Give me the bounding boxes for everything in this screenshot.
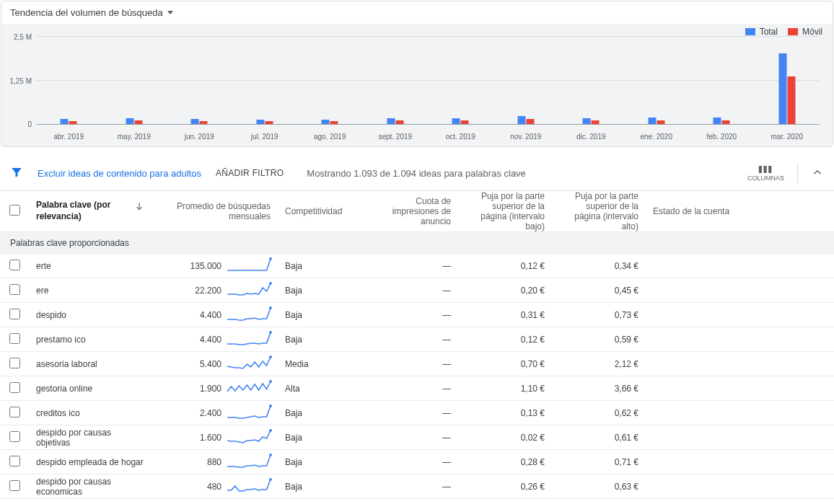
svg-point-10 bbox=[269, 404, 272, 407]
bar bbox=[583, 118, 591, 124]
sparkline bbox=[227, 381, 271, 397]
chart-plot: Total Móvil 0 1,25 M 2,5 M abr. 2019may.… bbox=[1, 24, 833, 146]
row-checkbox[interactable] bbox=[9, 284, 20, 295]
cell-account-status bbox=[646, 425, 834, 450]
cell-avg-searches: 4.400 bbox=[152, 327, 278, 352]
bar-group bbox=[232, 37, 298, 124]
cell-avg-searches: 480 bbox=[152, 474, 278, 499]
bar bbox=[657, 120, 664, 124]
x-tick-label: jul. 2019 bbox=[232, 133, 298, 141]
table-row: asesoria laboral5.400Media—0,70 €2,12 € bbox=[0, 352, 834, 376]
filter-toolbar: Excluir ideas de contenido para adultos … bbox=[0, 156, 834, 191]
x-tick-label: feb. 2020 bbox=[689, 133, 755, 141]
legend-swatch-total bbox=[745, 28, 755, 35]
row-checkbox[interactable] bbox=[9, 333, 20, 344]
bar-group bbox=[167, 37, 232, 124]
table-row: despido por causas objetivas1.600Baja—0,… bbox=[0, 425, 834, 450]
section-label: Palabras clave proporcionadas bbox=[0, 232, 834, 254]
dropdown-arrow-icon[interactable] bbox=[167, 11, 173, 14]
bar bbox=[330, 121, 338, 124]
toolbar-divider bbox=[797, 163, 798, 183]
sparkline bbox=[227, 258, 271, 274]
cell-keyword: asesoria laboral bbox=[29, 352, 152, 376]
cell-competition: Alta bbox=[278, 376, 368, 401]
bar bbox=[265, 121, 273, 124]
bar bbox=[69, 121, 77, 124]
col-header-account-status[interactable]: Estado de la cuenta bbox=[646, 191, 834, 232]
select-all-checkbox[interactable] bbox=[9, 205, 20, 216]
cell-account-status bbox=[646, 474, 834, 499]
svg-point-12 bbox=[269, 454, 272, 456]
cell-low-bid: 1,10 € bbox=[458, 376, 552, 401]
cell-low-bid: 0,12 € bbox=[458, 254, 552, 278]
sparkline bbox=[227, 332, 271, 348]
svg-rect-2 bbox=[769, 166, 772, 173]
cell-impression-share: — bbox=[368, 376, 458, 401]
showing-text: Mostrando 1.093 de 1.094 ideas para pala… bbox=[307, 168, 526, 179]
legend-item-mobile: Móvil bbox=[788, 27, 822, 37]
bar-group bbox=[755, 37, 820, 124]
legend-label-total: Total bbox=[760, 27, 778, 37]
chart-title-dropdown[interactable]: Tendencia del volumen de búsqueda bbox=[10, 7, 163, 18]
cell-high-bid: 0,45 € bbox=[552, 278, 646, 303]
row-checkbox[interactable] bbox=[9, 431, 20, 442]
col-header-impression-share[interactable]: Cuota de impresiones de anuncio bbox=[368, 191, 458, 232]
cell-competition: Baja bbox=[278, 254, 368, 278]
cell-account-status bbox=[646, 401, 834, 425]
filter-icon[interactable] bbox=[10, 166, 23, 181]
col-header-high-bid[interactable]: Puja por la parte superior de la página … bbox=[552, 191, 646, 232]
bar bbox=[126, 118, 133, 124]
cell-high-bid: 3,66 € bbox=[552, 376, 646, 401]
cell-keyword: despido bbox=[29, 303, 152, 327]
sort-arrow-icon[interactable] bbox=[134, 200, 144, 213]
col-header-keyword[interactable]: Palabra clave (por relevancia) bbox=[36, 200, 130, 222]
x-tick-label: jun. 2019 bbox=[167, 133, 232, 141]
collapse-button[interactable] bbox=[811, 166, 824, 181]
svg-point-13 bbox=[269, 478, 272, 481]
x-tick-label: sept. 2019 bbox=[363, 133, 429, 141]
cell-competition: Baja bbox=[278, 401, 368, 425]
cell-high-bid: 0,61 € bbox=[552, 425, 646, 450]
sparkline bbox=[227, 283, 271, 299]
cell-account-status bbox=[646, 450, 834, 474]
col-header-avg-searches[interactable]: Promedio de búsquedas mensuales bbox=[152, 191, 278, 232]
svg-rect-1 bbox=[764, 166, 767, 173]
row-checkbox[interactable] bbox=[9, 260, 20, 270]
svg-point-6 bbox=[269, 306, 272, 309]
cell-impression-share: — bbox=[368, 474, 458, 499]
svg-point-5 bbox=[269, 282, 272, 285]
cell-avg-searches: 880 bbox=[152, 450, 278, 474]
cell-competition: Baja bbox=[278, 450, 368, 474]
cell-account-status bbox=[646, 352, 834, 376]
table-row: despido por causas economicas480Baja—0,2… bbox=[0, 474, 834, 499]
cell-competition: Baja bbox=[278, 303, 368, 327]
columns-button[interactable]: COLUMNAS bbox=[747, 164, 784, 182]
bar bbox=[714, 118, 721, 124]
row-checkbox[interactable] bbox=[9, 382, 20, 393]
bar bbox=[61, 119, 69, 124]
cell-avg-searches: 135.000 bbox=[152, 254, 278, 278]
bar-group bbox=[689, 37, 755, 124]
row-checkbox[interactable] bbox=[9, 407, 20, 417]
row-checkbox[interactable] bbox=[9, 480, 20, 491]
sparkline bbox=[227, 430, 271, 446]
row-checkbox[interactable] bbox=[9, 358, 20, 368]
legend-item-total: Total bbox=[745, 27, 778, 37]
add-filter-button[interactable]: AÑADIR FILTRO bbox=[216, 168, 284, 178]
row-checkbox[interactable] bbox=[9, 456, 20, 467]
row-checkbox[interactable] bbox=[9, 309, 20, 319]
bar-group bbox=[363, 37, 429, 124]
col-header-competition[interactable]: Competitividad bbox=[278, 191, 368, 232]
cell-high-bid: 2,12 € bbox=[552, 352, 646, 376]
cell-keyword: prestamo ico bbox=[29, 327, 152, 352]
table-row: ere22.200Baja—0,20 €0,45 € bbox=[0, 278, 834, 303]
bar bbox=[778, 53, 786, 124]
x-tick-label: ene. 2020 bbox=[624, 133, 690, 141]
cell-keyword: despido por causas objetivas bbox=[29, 425, 152, 450]
bar bbox=[387, 118, 395, 124]
x-tick-label: abr. 2019 bbox=[36, 133, 102, 141]
cell-low-bid: 0,28 € bbox=[458, 450, 552, 474]
cell-account-status bbox=[646, 303, 834, 327]
col-header-low-bid[interactable]: Puja por la parte superior de la página … bbox=[458, 191, 552, 232]
exclude-adult-link[interactable]: Excluir ideas de contenido para adultos bbox=[38, 168, 201, 179]
